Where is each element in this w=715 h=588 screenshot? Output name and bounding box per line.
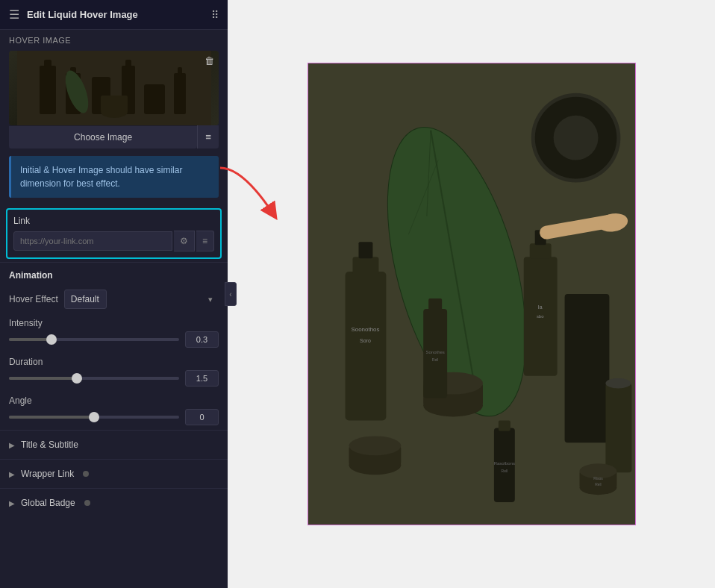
wrapper-link-section: ▶ Wrapper Link xyxy=(0,459,228,488)
sidebar-collapse-toggle[interactable]: ‹ xyxy=(225,282,237,306)
product-preview-svg: Soonothos Soro Ia sbo xyxy=(308,63,635,525)
duration-track[interactable] xyxy=(9,377,179,380)
preview-image-container: Soonothos Soro Ia sbo xyxy=(307,63,636,525)
wrapper-link-label: Wrapper Link xyxy=(21,469,74,479)
angle-label: Angle xyxy=(9,395,32,406)
title-subtitle-header[interactable]: ▶ Title & Subtitle xyxy=(9,440,219,450)
title-subtitle-label: Title & Subtitle xyxy=(21,440,78,450)
link-section: Link ⚙ ≡ xyxy=(6,208,222,259)
link-gear-button[interactable]: ⚙ xyxy=(174,231,195,251)
hover-image-label: Hover Image xyxy=(0,30,228,48)
link-input-row: ⚙ ≡ xyxy=(13,231,214,251)
svg-rect-33 xyxy=(564,294,609,442)
choose-image-row: Choose Image ≡ xyxy=(9,125,219,148)
svg-text:sbo: sbo xyxy=(536,314,543,319)
svg-point-43 xyxy=(605,378,631,389)
svg-rect-9 xyxy=(174,73,186,114)
svg-rect-12 xyxy=(101,96,128,112)
angle-value[interactable]: 0 xyxy=(185,409,219,425)
global-badge-label: Global Badge xyxy=(21,498,75,508)
wrapper-link-header[interactable]: ▶ Wrapper Link xyxy=(9,469,219,479)
image-list-icon-button[interactable]: ≡ xyxy=(197,125,219,148)
intensity-slider-inner: 0.3 xyxy=(9,331,219,348)
svg-text:Soonothos: Soonothos xyxy=(351,326,379,333)
page-title: Edit Liquid Hover Image xyxy=(27,9,204,20)
duration-label: Duration xyxy=(9,357,43,367)
svg-rect-10 xyxy=(178,67,182,75)
angle-row: Angle 0 xyxy=(0,391,228,430)
intensity-row: Intensity 0.3 xyxy=(0,313,228,352)
animation-label: Animation xyxy=(0,262,228,285)
global-badge-badge xyxy=(84,500,90,506)
svg-rect-45 xyxy=(498,420,510,431)
svg-rect-25 xyxy=(358,242,372,258)
hover-effect-row: Hover Effect Default Liquid Zoom Fade xyxy=(0,285,228,313)
delete-icon[interactable]: 🗑 xyxy=(204,55,214,66)
global-badge-arrow: ▶ xyxy=(9,499,15,507)
image-preview-bg xyxy=(9,51,219,125)
svg-rect-1 xyxy=(40,66,56,114)
intensity-track[interactable] xyxy=(9,338,179,341)
duration-slider-inner: 1.5 xyxy=(9,370,219,387)
svg-text:Ia: Ia xyxy=(537,304,542,310)
title-subtitle-arrow: ▶ xyxy=(9,441,15,449)
grid-icon[interactable]: ⠿ xyxy=(211,9,219,21)
global-badge-section: ▶ Global Badge xyxy=(0,488,228,517)
sidebar-header: ☰ Edit Liquid Hover Image ⠿ xyxy=(0,0,228,30)
info-box: Initial & Hover Image should have simila… xyxy=(9,156,219,198)
svg-rect-42 xyxy=(605,384,631,473)
svg-point-41 xyxy=(349,436,401,455)
intensity-label: Intensity xyxy=(9,318,43,328)
svg-text:Soro: Soro xyxy=(360,338,371,343)
svg-text:Rasolbons: Rasolbons xyxy=(493,461,514,466)
hover-effect-select-wrapper: Default Liquid Zoom Fade xyxy=(64,290,219,309)
svg-rect-8 xyxy=(144,84,165,114)
svg-rect-2 xyxy=(44,60,51,67)
link-list-button[interactable]: ≡ xyxy=(196,231,214,251)
intensity-value[interactable]: 0.3 xyxy=(185,331,219,348)
preview-area: Soonothos Soro Ia sbo xyxy=(228,0,715,588)
svg-text:Rell: Rell xyxy=(595,482,602,487)
duration-row: Duration 1.5 xyxy=(0,352,228,391)
svg-rect-24 xyxy=(352,257,378,275)
angle-track[interactable] xyxy=(9,416,179,419)
hover-effect-label: Hover Effect xyxy=(9,294,58,304)
svg-rect-54 xyxy=(428,298,442,310)
menu-icon[interactable]: ☰ xyxy=(9,7,19,22)
wrapper-link-badge xyxy=(83,471,89,477)
hover-effect-select[interactable]: Default Liquid Zoom Fade xyxy=(64,290,107,309)
svg-rect-23 xyxy=(345,272,386,420)
link-label: Link xyxy=(13,216,214,226)
link-input[interactable] xyxy=(13,231,172,251)
choose-image-button[interactable]: Choose Image xyxy=(9,126,197,148)
duration-value[interactable]: 1.5 xyxy=(185,370,219,387)
svg-text:Risos: Risos xyxy=(593,476,603,481)
image-preview: 🗑 xyxy=(9,51,219,125)
sidebar: ☰ Edit Liquid Hover Image ⠿ Hover Image xyxy=(0,0,228,588)
svg-text:Rell: Rell xyxy=(431,357,438,362)
preview-illustration xyxy=(17,51,211,125)
svg-text:Sonothes: Sonothes xyxy=(425,350,444,354)
svg-point-22 xyxy=(553,116,598,160)
angle-slider-inner: 0 xyxy=(9,409,219,425)
svg-rect-7 xyxy=(125,60,131,67)
svg-rect-29 xyxy=(529,243,551,258)
info-text: Initial & Hover Image should have simila… xyxy=(20,165,182,189)
svg-text:Rell: Rell xyxy=(501,469,508,473)
wrapper-link-arrow: ▶ xyxy=(9,470,15,478)
global-badge-header[interactable]: ▶ Global Badge xyxy=(9,498,219,508)
title-subtitle-section: ▶ Title & Subtitle xyxy=(0,430,228,459)
